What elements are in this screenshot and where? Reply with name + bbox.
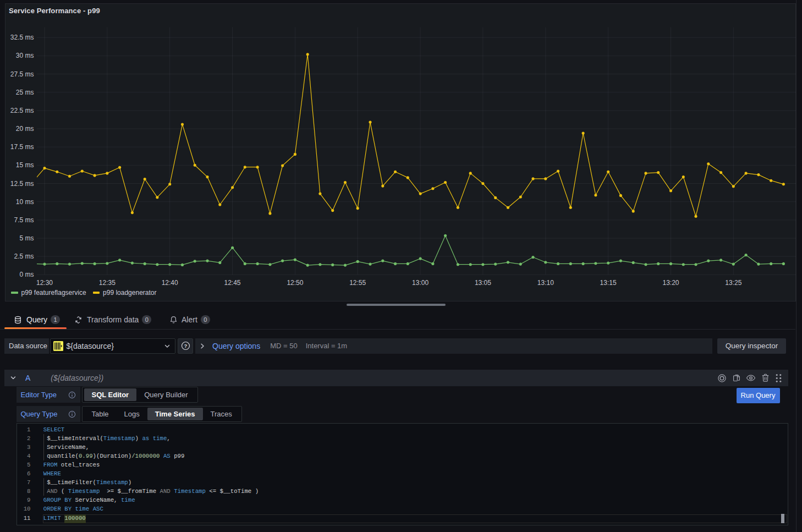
svg-text:12:45: 12:45 [224, 279, 240, 287]
svg-text:13:15: 13:15 [600, 279, 617, 287]
svg-text:20 ms: 20 ms [16, 125, 34, 133]
svg-text:5 ms: 5 ms [19, 234, 34, 242]
svg-text:30 ms: 30 ms [16, 52, 34, 59]
svg-text:12:30: 12:30 [36, 279, 53, 287]
svg-text:13:05: 13:05 [475, 279, 491, 287]
svg-text:12:40: 12:40 [162, 279, 178, 287]
svg-text:12:55: 12:55 [349, 279, 366, 287]
svg-text:0 ms: 0 ms [19, 271, 34, 278]
svg-text:32.5 ms: 32.5 ms [10, 34, 34, 41]
svg-text:12:35: 12:35 [99, 279, 116, 287]
svg-text:27.5 ms: 27.5 ms [10, 70, 34, 78]
svg-text:?: ? [184, 343, 187, 349]
svg-text:12:50: 12:50 [287, 279, 303, 287]
svg-text:22.5 ms: 22.5 ms [10, 107, 34, 114]
svg-text:15 ms: 15 ms [16, 161, 34, 169]
svg-text:2.5 ms: 2.5 ms [14, 253, 34, 260]
svg-text:13:20: 13:20 [662, 279, 679, 287]
svg-text:12.5 ms: 12.5 ms [10, 180, 34, 188]
svg-text:13:00: 13:00 [412, 279, 429, 287]
svg-text:17.5 ms: 17.5 ms [10, 143, 34, 151]
svg-text:13:10: 13:10 [537, 279, 554, 287]
svg-text:7.5 ms: 7.5 ms [14, 216, 34, 224]
svg-text:10 ms: 10 ms [16, 198, 34, 206]
svg-text:25 ms: 25 ms [16, 89, 34, 96]
svg-text:13:25: 13:25 [725, 279, 741, 287]
